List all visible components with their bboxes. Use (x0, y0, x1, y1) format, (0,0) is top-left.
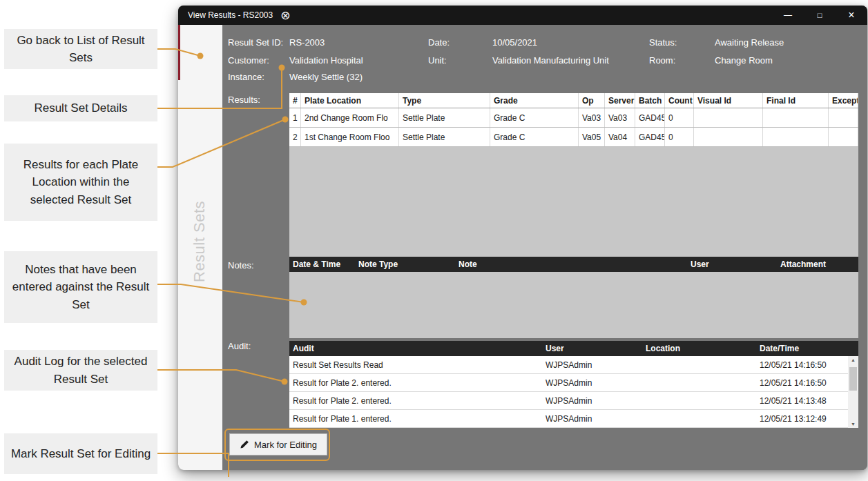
callout-notes: Notes that have been entered against the… (4, 251, 157, 323)
result-sets-tab[interactable]: Result Sets (178, 25, 222, 470)
results-col-plate-location[interactable]: Plate Location (301, 93, 399, 108)
unit-label: Unit: (428, 55, 447, 66)
audit-col-audit[interactable]: Audit (289, 341, 542, 356)
cell-type: Settle Plate (399, 108, 490, 127)
details-row-3: Instance: Weekly Settle (32) (222, 72, 867, 84)
results-col-grade[interactable]: Grade (490, 93, 579, 108)
cell-user: WJPSAdmin (542, 410, 642, 427)
scroll-down-icon[interactable]: ▼ (851, 422, 856, 426)
notes-section-label: Notes: (228, 260, 254, 271)
audit-row: Result Set Results Read WJPSAdmin 12/05/… (289, 356, 858, 374)
results-col-num[interactable]: # (289, 93, 301, 108)
customer-value: Validation Hospital (289, 55, 363, 66)
cell-final-id (763, 128, 829, 146)
audit-col-location[interactable]: Location (642, 341, 756, 356)
content-area: Result Set ID: RS-2003 Date: 10/05/2021 … (222, 25, 867, 470)
callout-go-back: Go back to List of Result Sets (4, 29, 157, 69)
scroll-up-icon[interactable]: ▲ (851, 357, 856, 362)
results-col-count[interactable]: Count (665, 93, 694, 108)
results-col-type[interactable]: Type (399, 93, 490, 108)
results-col-final-id[interactable]: Final Id (763, 93, 829, 108)
callout-mark-editing-label: Mark Result Set for Editing (11, 445, 151, 463)
results-col-exception[interactable]: Except (829, 93, 858, 108)
screenshot-canvas: Go back to List of Result Sets Result Se… (0, 0, 868, 481)
unit-value: Validation Manufacturing Unit (492, 55, 609, 66)
cell-location (642, 410, 756, 427)
status-label: Status: (649, 37, 677, 48)
result-sets-tab-label: Result Sets (191, 201, 209, 282)
callout-results: Results for each Plate Location within t… (4, 144, 157, 221)
window-body: Result Sets Result Set ID: RS-2003 Date:… (178, 25, 867, 470)
app-window: View Results - RS2003 ⊗ — □ × Result Set… (178, 6, 867, 470)
maximize-button[interactable]: □ (804, 6, 836, 25)
audit-table: Audit User Location Date/Time Result Set… (289, 341, 858, 428)
cell-datetime: 12/05/21 14:13:48 (756, 392, 858, 409)
cell-location (642, 392, 756, 409)
audit-col-user[interactable]: User (542, 341, 642, 356)
audit-row: Result for Plate 1. entered. WJPSAdmin 1… (289, 410, 858, 428)
cell-batch: GAD45 (635, 108, 665, 127)
callout-mark-editing: Mark Result Set for Editing (4, 433, 157, 474)
callout-result-set-details: Result Set Details (4, 95, 157, 121)
results-col-visual-id[interactable]: Visual Id (694, 93, 763, 108)
audit-col-date-time[interactable]: Date/Time (756, 341, 858, 356)
cell-user: WJPSAdmin (542, 374, 642, 391)
scroll-thumb[interactable] (849, 367, 857, 391)
cell-batch: GAD45 (635, 128, 665, 146)
close-view-icon[interactable]: ⊗ (280, 10, 290, 21)
notes-col-note[interactable]: Note (455, 257, 687, 272)
audit-section-label: Audit: (228, 341, 251, 351)
notes-col-user[interactable]: User (687, 257, 777, 272)
callout-audit: Audit Log for the selected Result Set (4, 350, 157, 391)
notes-table: Date & Time Note Type Note User Attachme… (289, 257, 858, 338)
status-value: Awaiting Release (715, 37, 784, 48)
cell-type: Settle Plate (399, 128, 490, 146)
cell-exception (829, 128, 858, 146)
audit-row: Result for Plate 2. entered. WJPSAdmin 1… (289, 374, 858, 392)
cell-datetime: 12/05/21 13:12:49 (756, 410, 858, 427)
details-row-1: Result Set ID: RS-2003 Date: 10/05/2021 … (222, 37, 867, 50)
results-section-label: Results: (228, 95, 260, 105)
cell-datetime: 12/05/21 14:16:50 (756, 356, 858, 373)
notes-header: Date & Time Note Type Note User Attachme… (289, 257, 858, 272)
pencil-icon (240, 440, 249, 449)
results-row[interactable]: 2 1st Change Room Floo Settle Plate Grad… (289, 128, 858, 147)
cell-audit: Result Set Results Read (289, 356, 542, 373)
instance-value: Weekly Settle (32) (289, 72, 363, 82)
results-col-op[interactable]: Op (579, 93, 605, 108)
cell-user: WJPSAdmin (542, 392, 642, 409)
results-col-server[interactable]: Server (605, 93, 635, 108)
cell-op: Va05 (579, 128, 605, 146)
cell-visual-id (694, 128, 763, 146)
notes-col-date-time[interactable]: Date & Time (289, 257, 355, 272)
results-table: # Plate Location Type Grade Op Server Ba… (289, 93, 858, 257)
notes-col-attachment[interactable]: Attachment (777, 257, 858, 272)
cell-audit: Result for Plate 2. entered. (289, 374, 542, 391)
close-button[interactable]: × (836, 6, 867, 25)
cell-count: 0 (665, 128, 694, 146)
cell-num: 1 (289, 108, 301, 127)
window-title: View Results - RS2003 (188, 10, 273, 20)
instance-label: Instance: (228, 72, 264, 82)
date-value: 10/05/2021 (492, 37, 537, 48)
callout-go-back-label: Go back to List of Result Sets (10, 32, 152, 67)
audit-header: Audit User Location Date/Time (289, 341, 858, 356)
results-col-batch[interactable]: Batch (635, 93, 665, 108)
cell-location (642, 374, 756, 391)
notes-col-note-type[interactable]: Note Type (355, 257, 455, 272)
cell-op: Va03 (579, 108, 605, 127)
window-controls: — □ × (772, 6, 867, 25)
cell-server: Va03 (605, 108, 635, 127)
mark-for-editing-label: Mark for Editing (254, 440, 317, 450)
cell-audit: Result for Plate 1. entered. (289, 410, 542, 427)
cell-location (642, 356, 756, 373)
cell-final-id (763, 108, 829, 127)
minimize-button[interactable]: — (772, 6, 804, 25)
cell-server: Va04 (605, 128, 635, 146)
result-set-id-value: RS-2003 (289, 37, 325, 48)
cell-grade: Grade C (490, 128, 579, 146)
callout-result-set-details-label: Result Set Details (34, 99, 127, 117)
results-row[interactable]: 1 2nd Change Room Flo Settle Plate Grade… (289, 108, 858, 128)
mark-for-editing-button[interactable]: Mark for Editing (229, 433, 327, 455)
audit-scrollbar[interactable]: ▲ ▼ (848, 356, 858, 428)
